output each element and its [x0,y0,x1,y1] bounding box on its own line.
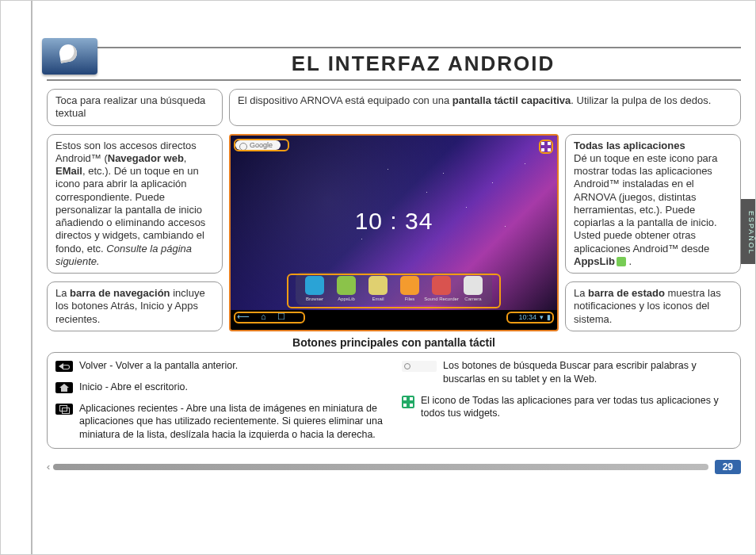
buttons-col-right: Los botones de búsqueda Buscar para escr… [402,359,732,442]
back-button-icon [55,361,73,372]
section-heading: Botones principales con pantalla táctil [47,336,741,349]
left-callouts: Estos son los accesos directos Android™ … [47,134,223,331]
device-screenshot: Google 10 : 34 BrowserAppsLibEmailFilesS… [229,134,559,331]
recent-button-icon [55,404,73,415]
text: La [55,287,70,299]
buttons-reference: Volver - Volver a la pantalla anterior. … [47,352,741,449]
row-apps: El icono de Todas las aplicaciones para … [402,394,732,421]
middle-grid: Estos son los accesos directos Android™ … [47,134,741,331]
top-callout-row: Toca para realizar una búsqueda textual … [47,89,741,126]
text-bold: Navegador web [108,152,184,164]
google-search-icon [402,361,437,372]
text: . [626,255,632,267]
touch-tablet-icon [42,38,97,75]
manual-page: ESPAÑOL EL INTERFAZ ANDROID Toca para re… [0,0,756,555]
callout-navbar: La barra de navegación incluye los boton… [47,281,223,331]
page-gutter [31,1,32,554]
desc: Aplicaciones recientes - Abre una lista … [79,402,386,442]
page-number: 29 [715,460,741,474]
callout-allapps: Todas las aplicaciones Dé un toque en es… [565,134,741,274]
clock-time: 10 : 34 [355,208,433,235]
highlight-search [234,139,289,151]
page-footer: ‹‹‹ 29 [47,460,741,474]
row-recent: Aplicaciones recientes - Abre una lista … [55,402,386,442]
row-google: Los botones de búsqueda Buscar para escr… [402,359,732,386]
row-home: Inicio - Abre el escritorio. [55,381,386,394]
highlight-dock [287,274,501,308]
android-homescreen: Google 10 : 34 BrowserAppsLibEmailFilesS… [231,136,557,324]
clock-widget: 10 : 34 [355,208,433,236]
text-bold: barra de estado [588,287,665,299]
text: Toca para realizar una búsqueda textual [55,94,205,119]
desc: El icono de Todas las aplicaciones para … [421,394,732,421]
highlight-navbar [234,312,305,323]
desc: Inicio - Abre el escritorio. [79,381,188,394]
text-bold: barra de navegación [70,287,170,299]
text-bold: EMail [55,165,82,177]
all-apps-button-icon [402,396,414,408]
row-back: Volver - Volver a la pantalla anterior. [55,359,386,373]
page-title: EL INTERFAZ ANDROID [105,52,741,76]
footer-bar [53,464,708,470]
callout-search-tip: Toca para realizar una búsqueda textual [47,89,223,126]
buttons-col-left: Volver - Volver a la pantalla anterior. … [55,359,386,442]
page-header: EL INTERFAZ ANDROID [47,47,741,81]
text: . Utilizar la pulpa de los dedos. [571,94,711,106]
text-bold: AppsLib [574,255,615,267]
callout-shortcuts: Estos son los accesos directos Android™ … [47,134,223,274]
desc: Los botones de búsqueda Buscar para escr… [443,359,732,386]
highlight-statusbar [506,312,554,323]
text: , [184,152,187,164]
home-button-icon [55,382,73,393]
text: Dé un toque en este icono para mostrar t… [574,152,717,255]
desc: Volver - Volver a la pantalla anterior. [79,359,238,373]
text-bold: pantalla táctil capacitiva [452,94,571,106]
text: , etc.). Dé un toque en un icono para ab… [55,165,205,255]
text: La [574,287,588,299]
right-callouts: Todas las aplicaciones Dé un toque en es… [565,134,741,331]
highlight-allapps [539,140,553,154]
callout-title: Todas las aplicaciones [574,140,732,152]
callout-touchscreen: El dispositivo ARNOVA está equipado con … [229,89,741,126]
appslib-icon [617,257,626,266]
text: El dispositivo ARNOVA está equipado con … [238,94,452,106]
callout-statusbar: La barra de estado muestra las notificac… [565,281,741,331]
